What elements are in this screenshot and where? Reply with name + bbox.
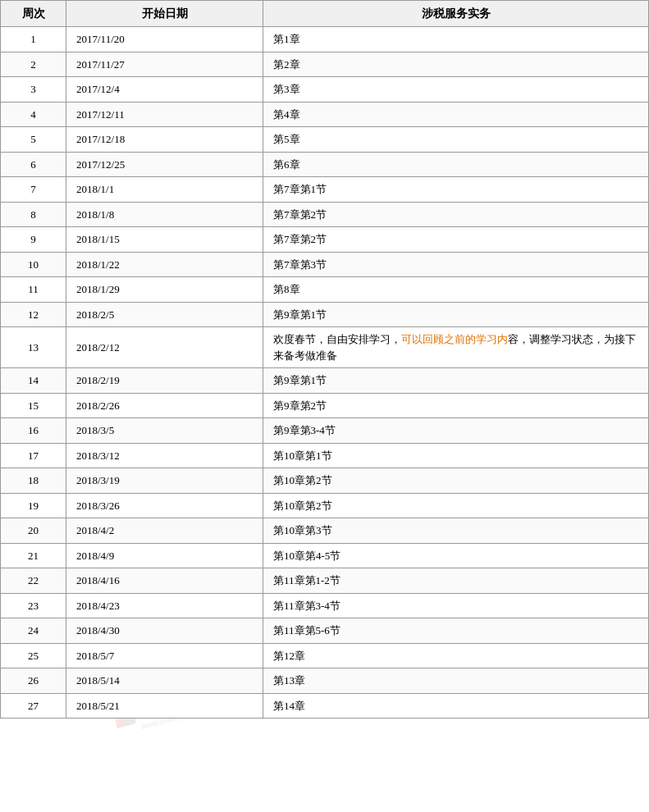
table-row: 232018/4/23第11章第3-4节 <box>1 593 649 618</box>
cell-date: 2018/3/19 <box>66 468 263 494</box>
cell-content: 第9章第2节 <box>263 393 649 418</box>
table-row: 52017/12/18第5章 <box>1 127 649 153</box>
cell-week: 22 <box>1 568 66 594</box>
cell-date: 2018/1/8 <box>66 202 263 227</box>
cell-week: 4 <box>1 102 66 127</box>
table-row: 202018/4/2第10章第3节 <box>1 518 649 544</box>
cell-content: 第8章 <box>263 277 649 303</box>
cell-date: 2018/3/26 <box>66 493 263 518</box>
table-row: 42017/12/11第4章 <box>1 102 649 127</box>
cell-week: 1 <box>1 27 66 52</box>
table-row: 62017/12/25第6章 <box>1 152 649 177</box>
table-header-row: 周次 开始日期 涉税服务实务 <box>1 1 649 27</box>
cell-week: 25 <box>1 643 66 668</box>
cell-content: 第9章第3-4节 <box>263 418 649 444</box>
cell-week: 18 <box>1 468 66 494</box>
cell-content: 第11章第1-2节 <box>263 568 649 594</box>
highlighted-text: 可以回顾之前的学习内 <box>401 333 508 345</box>
cell-week: 20 <box>1 518 66 544</box>
cell-week: 12 <box>1 302 66 327</box>
cell-date: 2018/5/14 <box>66 668 263 694</box>
table-row: 152018/2/26第9章第2节 <box>1 393 649 418</box>
cell-week: 8 <box>1 202 66 227</box>
table-row: 92018/1/15第7章第2节 <box>1 227 649 253</box>
cell-week: 23 <box>1 593 66 618</box>
cell-content: 第13章 <box>263 668 649 694</box>
table-row: 242018/4/30第11章第5-6节 <box>1 618 649 644</box>
cell-date: 2018/4/16 <box>66 568 263 594</box>
cell-week: 19 <box>1 493 66 518</box>
cell-date: 2018/1/15 <box>66 227 263 253</box>
cell-week: 14 <box>1 368 66 394</box>
table-row: 172018/3/12第10章第1节 <box>1 443 649 468</box>
cell-week: 26 <box>1 668 66 694</box>
schedule-table: 周次 开始日期 涉税服务实务 12017/11/20第1章22017/11/27… <box>0 0 649 718</box>
cell-content: 第3章 <box>263 77 649 103</box>
cell-week: 16 <box>1 418 66 444</box>
cell-content: 欢度春节，自由安排学习，可以回顾之前的学习内容，调整学习状态，为接下来备考做准备 <box>263 327 649 368</box>
table-row: 82018/1/8第7章第2节 <box>1 202 649 227</box>
cell-date: 2018/4/23 <box>66 593 263 618</box>
cell-week: 2 <box>1 52 66 77</box>
table-row: 142018/2/19第9章第1节 <box>1 368 649 394</box>
cell-content: 第5章 <box>263 127 649 153</box>
cell-date: 2017/12/25 <box>66 152 263 177</box>
cell-week: 3 <box>1 77 66 103</box>
cell-date: 2017/12/4 <box>66 77 263 103</box>
cell-content: 第10章第1节 <box>263 443 649 468</box>
cell-date: 2018/1/29 <box>66 277 263 303</box>
cell-week: 27 <box>1 693 66 718</box>
table-row: 272018/5/21第14章 <box>1 693 649 718</box>
table-row: 162018/3/5第9章第3-4节 <box>1 418 649 444</box>
cell-content: 第7章第2节 <box>263 202 649 227</box>
table-row: 192018/3/26第10章第2节 <box>1 493 649 518</box>
cell-date: 2018/3/12 <box>66 443 263 468</box>
cell-content: 第4章 <box>263 102 649 127</box>
cell-content: 第11章第5-6节 <box>263 618 649 644</box>
cell-date: 2018/2/19 <box>66 368 263 394</box>
cell-date: 2017/11/20 <box>66 27 263 52</box>
table-row: 122018/2/5第9章第1节 <box>1 302 649 327</box>
table-row: 112018/1/29第8章 <box>1 277 649 303</box>
cell-week: 21 <box>1 543 66 568</box>
cell-week: 17 <box>1 443 66 468</box>
cell-content: 第2章 <box>263 52 649 77</box>
cell-content: 第12章 <box>263 643 649 668</box>
schedule-table-wrapper: 周次 开始日期 涉税服务实务 12017/11/20第1章22017/11/27… <box>0 0 649 718</box>
cell-date: 2018/5/21 <box>66 693 263 718</box>
cell-date: 2017/12/11 <box>66 102 263 127</box>
cell-content: 第10章第3节 <box>263 518 649 544</box>
cell-content: 第7章第3节 <box>263 252 649 277</box>
header-week: 周次 <box>1 1 66 27</box>
table-row: 252018/5/7第12章 <box>1 643 649 668</box>
cell-date: 2018/5/7 <box>66 643 263 668</box>
cell-date: 2018/3/5 <box>66 418 263 444</box>
table-row: 32017/12/4第3章 <box>1 77 649 103</box>
cell-content: 第10章第2节 <box>263 468 649 494</box>
cell-date: 2018/2/5 <box>66 302 263 327</box>
cell-content: 第7章第2节 <box>263 227 649 253</box>
cell-week: 24 <box>1 618 66 644</box>
cell-date: 2017/12/18 <box>66 127 263 153</box>
cell-week: 13 <box>1 327 66 368</box>
cell-content: 第10章第4-5节 <box>263 543 649 568</box>
table-row: 12017/11/20第1章 <box>1 27 649 52</box>
cell-date: 2018/1/22 <box>66 252 263 277</box>
cell-content: 第7章第1节 <box>263 177 649 203</box>
cell-content: 第6章 <box>263 152 649 177</box>
table-row: 222018/4/16第11章第1-2节 <box>1 568 649 594</box>
cell-week: 9 <box>1 227 66 253</box>
cell-date: 2018/1/1 <box>66 177 263 203</box>
cell-date: 2018/2/12 <box>66 327 263 368</box>
cell-date: 2018/2/26 <box>66 393 263 418</box>
cell-content: 第1章 <box>263 27 649 52</box>
cell-content: 第9章第1节 <box>263 302 649 327</box>
table-row: 182018/3/19第10章第2节 <box>1 468 649 494</box>
cell-week: 15 <box>1 393 66 418</box>
cell-week: 6 <box>1 152 66 177</box>
table-row: 102018/1/22第7章第3节 <box>1 252 649 277</box>
header-subject: 涉税服务实务 <box>263 1 649 27</box>
table-row: 72018/1/1第7章第1节 <box>1 177 649 203</box>
cell-content: 第10章第2节 <box>263 493 649 518</box>
cell-week: 11 <box>1 277 66 303</box>
